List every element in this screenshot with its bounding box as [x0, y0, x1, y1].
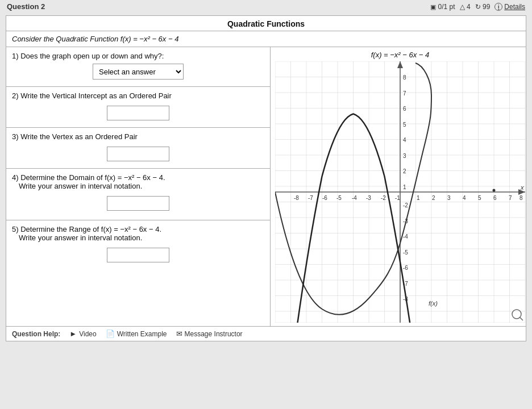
message-icon: ✉	[176, 329, 182, 338]
svg-text:x: x	[520, 184, 524, 191]
svg-text:6: 6	[493, 195, 497, 201]
document-icon: 📄	[106, 329, 115, 338]
svg-text:4: 4	[403, 137, 406, 143]
svg-text:-6: -6	[322, 195, 327, 201]
q2-input[interactable]	[107, 106, 169, 120]
details-link[interactable]: i Details	[494, 3, 525, 11]
svg-text:-4: -4	[403, 233, 408, 240]
svg-text:-6: -6	[403, 265, 408, 271]
svg-marker-37	[397, 61, 403, 68]
attempts-badge: △ 4	[460, 3, 471, 11]
svg-text:-5: -5	[336, 195, 342, 201]
question-3-label: 3) Write the Vertex as an Ordered Pair	[12, 132, 264, 141]
svg-text:2: 2	[432, 195, 435, 201]
svg-text:-2: -2	[381, 195, 386, 201]
svg-text:-5: -5	[403, 249, 408, 256]
svg-text:2: 2	[403, 168, 406, 174]
question-4-block: 4) Determine the Domain of f(x) = −x² − …	[6, 169, 270, 220]
svg-text:5: 5	[403, 122, 406, 128]
video-label: Video	[79, 330, 96, 338]
svg-text:1: 1	[417, 195, 420, 201]
svg-text:3: 3	[447, 195, 451, 201]
message-label: Message Instructor	[185, 330, 243, 338]
question-2-label: 2) Write the Vertical Intercept as an Or…	[12, 91, 264, 100]
svg-text:f(x): f(x)	[429, 300, 438, 307]
refresh-badge: ↻ 99	[475, 3, 491, 11]
q5-input[interactable]	[107, 248, 169, 262]
written-example-button[interactable]: 📄 Written Example	[106, 329, 167, 338]
written-example-label: Written Example	[117, 330, 167, 338]
question-1-block: 1) Does the graph open up or down and wh…	[6, 47, 270, 87]
message-instructor-button[interactable]: ✉ Message Instructor	[176, 329, 243, 338]
svg-text:-1: -1	[395, 195, 400, 201]
question-3-block: 3) Write the Vertex as an Ordered Pair	[6, 128, 270, 169]
help-bar: Question Help: ► Video 📄 Written Example…	[6, 326, 526, 341]
svg-text:-4: -4	[352, 195, 357, 201]
svg-point-72	[493, 189, 496, 192]
question-4-label: 4) Determine the Domain of f(x) = −x² − …	[12, 173, 264, 190]
graph-panel: f(x) = −x² − 6x − 4	[271, 47, 530, 326]
card-title: Quadratic Functions	[6, 16, 526, 31]
question-number: Question 2	[7, 2, 45, 11]
function-definition: Consider the Quadratic Function f(x) = −…	[6, 31, 526, 47]
svg-text:-3: -3	[366, 195, 371, 201]
svg-text:-8: -8	[294, 195, 299, 201]
question-5-label: 5) Determine the Range of f(x) = −x² − 6…	[12, 225, 264, 242]
info-icon: i	[494, 3, 502, 11]
svg-text:8: 8	[403, 74, 406, 81]
q3-input[interactable]	[107, 147, 169, 161]
question-1-label: 1) Does the graph open up or down and wh…	[12, 52, 264, 60]
question-help-label: Question Help:	[12, 330, 60, 338]
question-5-block: 5) Determine the Range of f(x) = −x² − 6…	[6, 220, 270, 269]
svg-text:3: 3	[403, 153, 406, 159]
score-badge: ▣ 0/1 pt	[430, 3, 455, 11]
video-help-button[interactable]: ► Video	[69, 329, 96, 338]
svg-text:7: 7	[403, 90, 406, 97]
question-2-block: 2) Write the Vertical Intercept as an Or…	[6, 87, 270, 128]
svg-text:6: 6	[403, 106, 406, 112]
questions-panel: 1) Does the graph open up or down and wh…	[6, 47, 271, 326]
svg-text:-7: -7	[308, 195, 313, 201]
svg-line-74	[519, 317, 523, 320]
svg-text:8: 8	[519, 195, 523, 201]
graph-title-label: f(x) = −x² − 6x − 4	[371, 51, 430, 59]
svg-text:-2: -2	[403, 202, 408, 208]
svg-text:5: 5	[478, 195, 481, 201]
svg-text:1: 1	[403, 184, 406, 190]
graph-container: 8 7 6 5 4 3 2 1 -2 -3 -4 -5 -6 -7 -8 -	[275, 61, 525, 323]
svg-text:4: 4	[463, 195, 466, 201]
q1-select[interactable]: Select an answer Down, because a is nega…	[93, 64, 184, 80]
q4-input[interactable]	[107, 196, 169, 211]
svg-text:7: 7	[509, 195, 512, 201]
graph-svg: 8 7 6 5 4 3 2 1 -2 -3 -4 -5 -6 -7 -8 -	[275, 61, 525, 323]
video-icon: ►	[69, 329, 77, 338]
